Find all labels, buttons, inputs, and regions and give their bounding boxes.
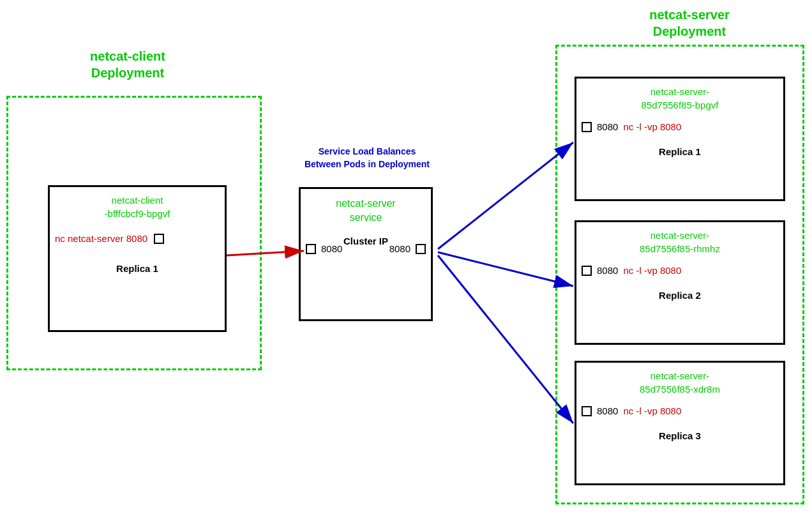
client-pod-box: netcat-client -bfffcbcf9-bpgvf nc netcat…: [48, 185, 227, 332]
server-pod-1: netcat-server- 85d7556f85-bpgvf 8080 nc …: [575, 77, 785, 201]
server-pod-3-port-square: [582, 406, 592, 416]
service-name: netcat-server service: [301, 197, 431, 225]
service-to-replica2-arrow: [438, 252, 573, 286]
service-box: netcat-server service 8080 8080 Cluster …: [299, 187, 433, 321]
server-pod-2-name: netcat-server- 85d7556f85-rhmhz: [576, 229, 783, 255]
client-pod-name: netcat-client -bfffcbcf9-bpgvf: [50, 193, 225, 220]
service-to-replica1-arrow: [438, 142, 573, 249]
server-pod-1-port-square: [582, 122, 592, 132]
server-pod-3-replica: Replica 3: [576, 430, 783, 441]
server-pod-1-command: nc -l -vp 8080: [623, 121, 681, 132]
client-replica-label: Replica 1: [50, 263, 225, 274]
server-pod-2-command: nc -l -vp 8080: [623, 265, 681, 276]
server-pod-2-replica: Replica 2: [576, 290, 783, 301]
service-to-replica3-arrow: [438, 255, 573, 423]
service-load-annotation: Service Load Balances Between Pods in De…: [294, 146, 440, 170]
service-port-left-label: 8080: [321, 243, 342, 254]
service-port-right-label: 8080: [389, 243, 410, 254]
server-pod-2-port-label: 8080: [597, 265, 618, 276]
service-port-left-square: [306, 244, 316, 254]
server-pod-2: netcat-server- 85d7556f85-rhmhz 8080 nc …: [575, 220, 785, 345]
server-pod-3-port-label: 8080: [597, 405, 618, 416]
server-pod-1-port-label: 8080: [597, 121, 618, 132]
client-port-square: [154, 234, 164, 244]
diagram-container: netcat-client Deployment netcat-client -…: [0, 0, 812, 514]
server-deployment-title: netcat-server Deployment: [600, 6, 779, 40]
server-pod-1-replica: Replica 1: [576, 146, 783, 157]
server-pod-3-name: netcat-server- 85d7556f85-xdr8m: [576, 369, 783, 396]
server-pod-2-port-square: [582, 266, 592, 276]
server-pod-3-command: nc -l -vp 8080: [623, 405, 681, 416]
server-pod-1-name: netcat-server- 85d7556f85-bpgvf: [576, 85, 783, 112]
client-command: nc netcat-server 8080: [55, 233, 147, 244]
service-port-right-square: [416, 244, 426, 254]
client-deployment-title: netcat-client Deployment: [38, 48, 217, 81]
server-pod-3: netcat-server- 85d7556f85-xdr8m 8080 nc …: [575, 361, 785, 485]
